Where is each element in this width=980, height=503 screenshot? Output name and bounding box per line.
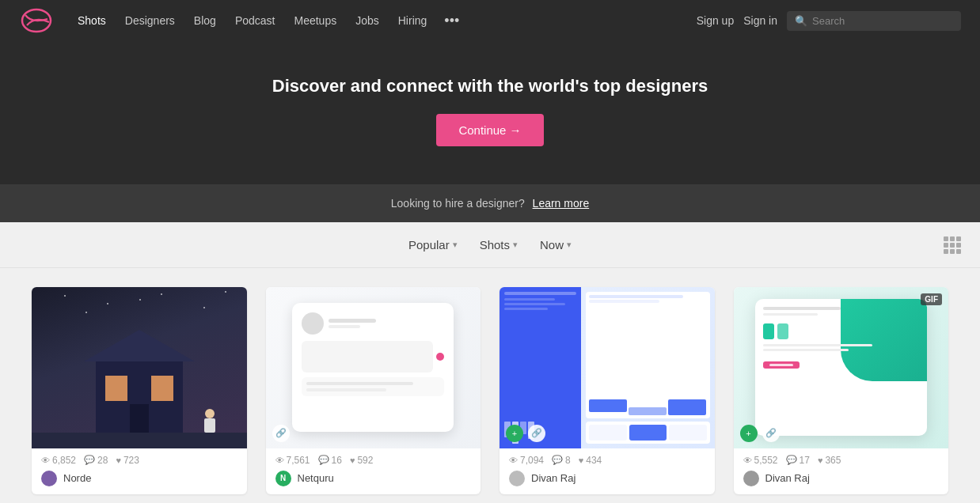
grid-toggle[interactable] bbox=[944, 236, 961, 254]
shot-badge: GIF bbox=[921, 293, 942, 305]
nav-hiring[interactable]: Hiring bbox=[389, 0, 437, 41]
grid-icon bbox=[944, 236, 961, 254]
filter-group: Popular ▾ Shots ▾ Now ▾ bbox=[397, 233, 583, 256]
search-input[interactable] bbox=[812, 15, 953, 27]
view-count: 👁 5,552 bbox=[743, 455, 778, 466]
shot-meta: 👁 7,561 💬 16 ♥ 592 bbox=[266, 448, 481, 471]
learn-more-link[interactable]: Learn more bbox=[533, 197, 590, 210]
chevron-down-icon: ▾ bbox=[513, 240, 518, 250]
heart-icon: ♥ bbox=[350, 456, 355, 465]
comment-count: 💬 16 bbox=[318, 455, 342, 466]
comment-count: 💬 17 bbox=[786, 455, 810, 466]
view-count: 👁 7,094 bbox=[509, 455, 544, 466]
nav-blog[interactable]: Blog bbox=[184, 0, 226, 41]
add-action[interactable]: + bbox=[506, 425, 523, 442]
comment-icon: 💬 bbox=[318, 455, 329, 465]
avatar bbox=[743, 471, 759, 486]
hire-bar: Looking to hire a designer? Learn more bbox=[0, 184, 980, 222]
shot-card: GIF + 🔗 👁 5,552 💬 17 ♥ 365 bbox=[734, 287, 949, 494]
comment-icon: 💬 bbox=[84, 455, 95, 465]
shots-section: 👁 6,852 💬 28 ♥ 723 Norde bbox=[0, 268, 980, 503]
shot-actions: + 🔗 bbox=[740, 425, 780, 442]
like-count: ♥ 723 bbox=[116, 455, 139, 466]
nav-shots[interactable]: Shots bbox=[68, 0, 116, 41]
filter-bar: Popular ▾ Shots ▾ Now ▾ bbox=[0, 222, 980, 268]
signup-button[interactable]: Sign up bbox=[697, 14, 734, 27]
shot-author[interactable]: Divan Raj bbox=[734, 471, 949, 494]
heart-icon: ♥ bbox=[579, 456, 584, 465]
hero-section: Discover and connect with the world's to… bbox=[0, 41, 980, 184]
shot-card: 🔗 👁 7,561 💬 16 ♥ 592 N Netquru bbox=[266, 287, 481, 494]
shot-author[interactable]: Norde bbox=[32, 471, 247, 494]
shot-actions: 🔗 bbox=[272, 425, 290, 442]
author-name: Divan Raj bbox=[531, 472, 575, 484]
comment-count: 💬 8 bbox=[552, 455, 571, 466]
shot-card: + 🔗 👁 7,094 💬 8 ♥ 434 bbox=[499, 287, 715, 494]
like-count: ♥ 434 bbox=[579, 455, 602, 466]
shot-meta: 👁 5,552 💬 17 ♥ 365 bbox=[734, 448, 949, 471]
link-action[interactable]: 🔗 bbox=[528, 425, 545, 442]
nav-designers[interactable]: Designers bbox=[116, 0, 184, 41]
comment-icon: 💬 bbox=[552, 455, 563, 465]
link-action[interactable]: 🔗 bbox=[762, 425, 780, 442]
nav-meetups[interactable]: Meetups bbox=[284, 0, 346, 41]
shot-meta: 👁 7,094 💬 8 ♥ 434 bbox=[499, 448, 715, 471]
search-box: 🔍 bbox=[787, 11, 961, 31]
nav-podcast[interactable]: Podcast bbox=[226, 0, 285, 41]
shot-meta: 👁 6,852 💬 28 ♥ 723 bbox=[32, 448, 247, 471]
logo[interactable] bbox=[19, 8, 54, 33]
continue-button[interactable]: Continue → bbox=[436, 114, 543, 146]
comment-icon: 💬 bbox=[786, 455, 797, 465]
like-count: ♥ 365 bbox=[818, 455, 841, 466]
author-name: Netquru bbox=[298, 472, 334, 484]
add-action[interactable]: + bbox=[740, 425, 758, 442]
view-count: 👁 6,852 bbox=[41, 455, 76, 466]
nav-right: Sign up Sign in 🔍 bbox=[697, 11, 961, 31]
eye-icon: 👁 bbox=[509, 456, 518, 465]
like-count: ♥ 592 bbox=[350, 455, 374, 466]
shot-thumbnail[interactable]: + 🔗 bbox=[499, 287, 715, 448]
author-name: Divan Raj bbox=[765, 472, 810, 484]
author-name: Norde bbox=[63, 472, 91, 484]
eye-icon: 👁 bbox=[743, 456, 752, 465]
nav-links: Shots Designers Blog Podcast Meetups Job… bbox=[68, 0, 697, 41]
avatar bbox=[509, 471, 525, 486]
shot-card: 👁 6,852 💬 28 ♥ 723 Norde bbox=[32, 287, 247, 494]
signin-button[interactable]: Sign in bbox=[743, 14, 777, 27]
navbar: Shots Designers Blog Podcast Meetups Job… bbox=[0, 0, 980, 41]
nav-jobs[interactable]: Jobs bbox=[346, 0, 389, 41]
shot-author[interactable]: Divan Raj bbox=[499, 471, 715, 494]
now-filter[interactable]: Now ▾ bbox=[529, 233, 583, 256]
heart-icon: ♥ bbox=[818, 456, 823, 465]
view-count: 👁 7,561 bbox=[275, 455, 310, 466]
heart-icon: ♥ bbox=[116, 456, 121, 465]
chevron-down-icon: ▾ bbox=[453, 240, 458, 250]
avatar: N bbox=[275, 471, 291, 486]
shots-filter[interactable]: Shots ▾ bbox=[469, 233, 529, 256]
shot-thumbnail[interactable]: 🔗 bbox=[266, 287, 481, 448]
search-icon: 🔍 bbox=[795, 15, 807, 27]
avatar bbox=[41, 471, 57, 486]
hero-title: Discover and connect with the world's to… bbox=[16, 76, 964, 96]
link-action[interactable]: 🔗 bbox=[272, 425, 290, 442]
eye-icon: 👁 bbox=[41, 456, 50, 465]
hire-text: Looking to hire a designer? bbox=[391, 197, 525, 210]
popular-filter[interactable]: Popular ▾ bbox=[397, 233, 469, 256]
shots-grid: 👁 6,852 💬 28 ♥ 723 Norde bbox=[32, 287, 948, 503]
shot-thumbnail[interactable] bbox=[32, 287, 247, 448]
shot-author[interactable]: N Netquru bbox=[266, 471, 481, 494]
shot-actions: + 🔗 bbox=[506, 425, 545, 442]
shot-thumbnail[interactable]: GIF + 🔗 bbox=[734, 287, 949, 448]
eye-icon: 👁 bbox=[275, 456, 284, 465]
chevron-down-icon: ▾ bbox=[567, 240, 572, 250]
nav-more[interactable]: ••• bbox=[436, 13, 467, 29]
comment-count: 💬 28 bbox=[84, 455, 108, 466]
